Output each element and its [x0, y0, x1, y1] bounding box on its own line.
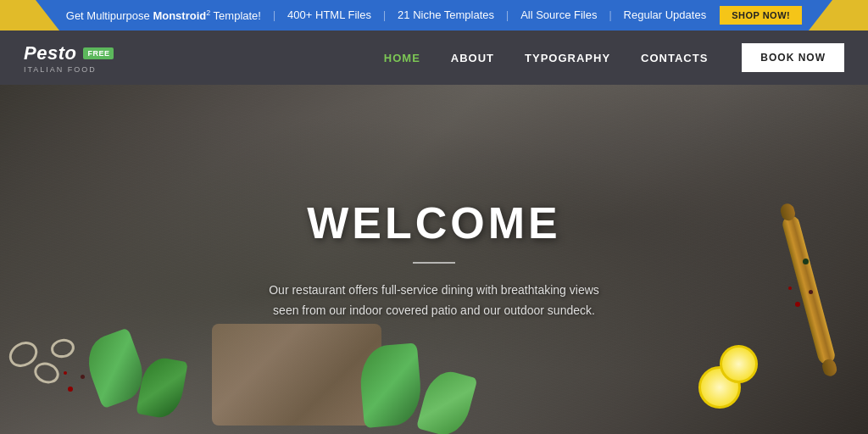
nav-about[interactable]: ABOUT	[451, 52, 494, 64]
promo-feature2: 21 Niche Templates	[398, 8, 494, 21]
promo-sep1: |	[273, 9, 275, 21]
promo-feature1: 400+ HTML Files	[287, 8, 371, 21]
nav-home[interactable]: HOME	[384, 52, 420, 64]
logo[interactable]: Pesto FREE	[24, 42, 114, 64]
logo-area: Pesto FREE ITALIAN FOOD	[24, 42, 114, 74]
food-decoration-right	[682, 214, 868, 434]
promo-sep2: |	[383, 9, 386, 21]
basil-leaf-4	[416, 366, 478, 434]
free-badge: FREE	[83, 47, 114, 59]
hero-section: WELCOME Our restaurant offers full-servi…	[0, 85, 868, 434]
navbar: Pesto FREE ITALIAN FOOD HOME ABOUT TYPOG…	[0, 31, 868, 85]
spice-dot-r3	[788, 287, 792, 290]
lemon-slice-2	[720, 345, 758, 383]
cutting-board	[212, 324, 381, 426]
promo-sep3: |	[506, 9, 509, 21]
hero-divider	[413, 262, 455, 264]
logo-text: Pesto	[24, 42, 76, 64]
promo-feature3: All Source Files	[520, 8, 597, 21]
nav-links: HOME ABOUT TYPOGRAPHY CONTACTS	[384, 52, 709, 64]
promo-feature4: Regular Updates	[624, 8, 707, 21]
basil-leaf-2	[136, 355, 187, 421]
promo-text: Get Multipurpose Monstroid2 Template! | …	[66, 8, 706, 22]
corner-decoration-right	[809, 0, 868, 31]
shop-now-button[interactable]: SHOP NOW!	[720, 6, 802, 25]
book-now-button[interactable]: BOOK NOW	[742, 43, 844, 72]
hero-title: WELCOME	[269, 198, 599, 248]
promo-sep4: |	[609, 9, 611, 21]
nav-contacts[interactable]: CONTACTS	[641, 52, 708, 64]
promo-label: Get Multipurpose Monstroid2 Template!	[66, 8, 261, 22]
spice-dot-r2	[809, 290, 813, 294]
hero-content: WELCOME Our restaurant offers full-servi…	[269, 198, 599, 321]
corner-decoration-left	[0, 0, 59, 31]
spice-dot-r4	[803, 259, 809, 264]
promo-banner: Get Multipurpose Monstroid2 Template! | …	[0, 0, 868, 31]
spice-dot-r1	[795, 302, 800, 307]
nav-typography[interactable]: TYPOGRAPHY	[525, 52, 610, 64]
logo-subtitle: ITALIAN FOOD	[24, 65, 114, 74]
hero-subtitle: Our restaurant offers full-service dinin…	[269, 281, 599, 321]
